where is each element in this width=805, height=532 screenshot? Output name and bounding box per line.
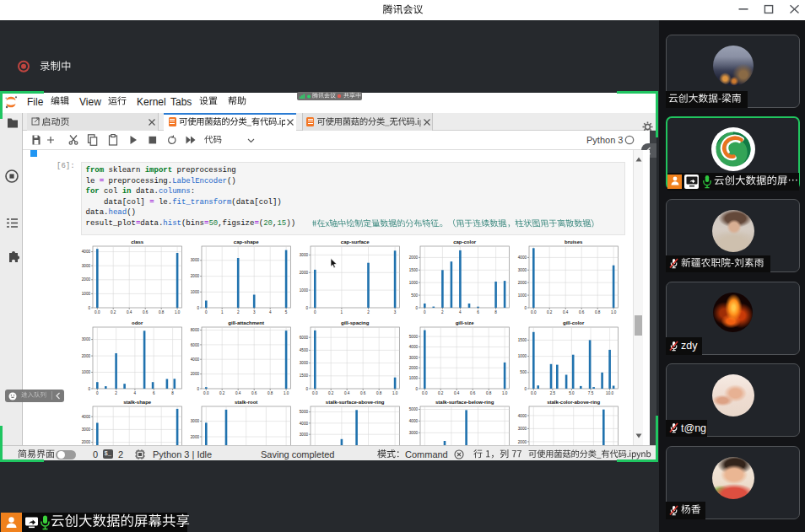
svg-text:2.5: 2.5 bbox=[550, 391, 556, 395]
svg-text:0.6: 0.6 bbox=[143, 310, 149, 314]
svg-text:8000: 8000 bbox=[191, 328, 200, 332]
svg-text:0.8: 0.8 bbox=[159, 310, 165, 314]
svg-text:0.4: 0.4 bbox=[235, 391, 241, 395]
svg-text:5.0: 5.0 bbox=[569, 391, 575, 395]
svg-text:3: 3 bbox=[394, 310, 397, 314]
svg-text:bruises: bruises bbox=[565, 239, 583, 245]
svg-text:cap-surface: cap-surface bbox=[341, 239, 370, 245]
svg-text:4: 4 bbox=[269, 310, 272, 314]
svg-text:0.0: 0.0 bbox=[312, 391, 318, 395]
svg-text:4000: 4000 bbox=[518, 414, 527, 418]
svg-text:8: 8 bbox=[494, 310, 497, 314]
svg-text:class: class bbox=[131, 239, 144, 245]
svg-text:0.6: 0.6 bbox=[579, 310, 585, 314]
svg-text:0.8: 0.8 bbox=[267, 391, 273, 395]
svg-text:1000: 1000 bbox=[300, 288, 309, 293]
svg-text:0: 0 bbox=[205, 310, 208, 314]
svg-text:0.2: 0.2 bbox=[219, 391, 225, 395]
svg-text:2000: 2000 bbox=[82, 440, 91, 444]
svg-text:1500: 1500 bbox=[300, 373, 309, 378]
svg-text:1000: 1000 bbox=[191, 290, 200, 294]
svg-text:gill-color: gill-color bbox=[563, 320, 585, 325]
svg-text:3000: 3000 bbox=[191, 259, 200, 263]
svg-text:1: 1 bbox=[221, 310, 224, 314]
svg-text:1000: 1000 bbox=[408, 376, 418, 380]
svg-text:6000: 6000 bbox=[191, 342, 200, 347]
svg-text:0.8: 0.8 bbox=[376, 391, 382, 395]
svg-text:0: 0 bbox=[524, 386, 527, 390]
svg-text:2000: 2000 bbox=[191, 372, 200, 376]
svg-text:3000: 3000 bbox=[408, 355, 418, 359]
svg-text:5: 5 bbox=[285, 310, 288, 314]
svg-text:6000: 6000 bbox=[300, 335, 309, 339]
svg-text:0: 0 bbox=[88, 386, 90, 390]
svg-text:0.8: 0.8 bbox=[595, 310, 601, 314]
svg-text:cap-shape: cap-shape bbox=[234, 239, 259, 245]
svg-text:1000: 1000 bbox=[518, 354, 527, 358]
svg-text:0: 0 bbox=[424, 310, 426, 314]
svg-text:0.4: 0.4 bbox=[454, 391, 460, 395]
svg-text:500: 500 bbox=[411, 293, 418, 298]
svg-text:0.4: 0.4 bbox=[127, 310, 132, 314]
svg-text:3000: 3000 bbox=[82, 427, 91, 432]
svg-text:10.0: 10.0 bbox=[606, 391, 613, 395]
svg-text:0.2: 0.2 bbox=[111, 310, 116, 314]
svg-text:4000: 4000 bbox=[408, 345, 418, 349]
svg-text:0: 0 bbox=[524, 306, 527, 310]
svg-text:3: 3 bbox=[253, 310, 256, 314]
svg-text:gill-attachment: gill-attachment bbox=[229, 320, 265, 325]
svg-text:5000: 5000 bbox=[408, 407, 418, 411]
svg-text:4000: 4000 bbox=[408, 419, 418, 423]
svg-text:1000: 1000 bbox=[408, 281, 418, 285]
svg-text:0.6: 0.6 bbox=[470, 391, 476, 395]
svg-text:2000: 2000 bbox=[518, 281, 527, 285]
svg-text:2: 2 bbox=[237, 310, 240, 314]
svg-text:500: 500 bbox=[520, 370, 527, 374]
svg-text:stalk-color-above-ring: stalk-color-above-ring bbox=[547, 400, 600, 405]
svg-text:0: 0 bbox=[415, 306, 418, 310]
svg-text:1500: 1500 bbox=[408, 268, 418, 272]
svg-text:0: 0 bbox=[197, 386, 200, 390]
svg-text:4: 4 bbox=[134, 391, 137, 395]
svg-text:2000: 2000 bbox=[82, 278, 91, 282]
svg-text:1.0: 1.0 bbox=[611, 310, 617, 314]
svg-text:2: 2 bbox=[368, 310, 370, 314]
svg-text:0.0: 0.0 bbox=[531, 391, 537, 395]
svg-text:1000: 1000 bbox=[82, 370, 91, 374]
svg-text:odor: odor bbox=[132, 320, 143, 325]
svg-text:0: 0 bbox=[314, 310, 316, 314]
svg-text:1.0: 1.0 bbox=[175, 310, 181, 314]
svg-text:4000: 4000 bbox=[518, 255, 527, 260]
svg-text:1000: 1000 bbox=[518, 293, 527, 298]
svg-text:3000: 3000 bbox=[300, 253, 309, 257]
svg-text:2000: 2000 bbox=[82, 353, 91, 357]
svg-text:3000: 3000 bbox=[191, 419, 200, 423]
svg-text:5000: 5000 bbox=[300, 410, 309, 414]
svg-text:0.0: 0.0 bbox=[422, 391, 428, 395]
svg-text:gill-size: gill-size bbox=[455, 320, 474, 325]
svg-text:8: 8 bbox=[171, 391, 174, 395]
svg-text:1.0: 1.0 bbox=[392, 391, 398, 395]
svg-text:0.2: 0.2 bbox=[547, 310, 553, 314]
svg-text:stalk-surface-above-ring: stalk-surface-above-ring bbox=[326, 400, 385, 405]
svg-text:2: 2 bbox=[115, 391, 117, 395]
svg-text:0: 0 bbox=[306, 386, 309, 390]
svg-text:4000: 4000 bbox=[191, 357, 200, 361]
svg-text:4000: 4000 bbox=[82, 250, 91, 254]
svg-text:0.6: 0.6 bbox=[360, 391, 366, 395]
svg-text:0: 0 bbox=[88, 306, 90, 310]
svg-text:6: 6 bbox=[477, 310, 479, 314]
svg-text:gill-spacing: gill-spacing bbox=[341, 320, 370, 325]
svg-text:2: 2 bbox=[441, 310, 444, 314]
svg-text:3000: 3000 bbox=[518, 268, 527, 272]
svg-text:5000: 5000 bbox=[408, 334, 418, 338]
svg-text:0.8: 0.8 bbox=[486, 391, 492, 395]
svg-text:0: 0 bbox=[306, 306, 309, 310]
svg-text:stalk-shape: stalk-shape bbox=[123, 400, 152, 405]
svg-text:0.4: 0.4 bbox=[563, 310, 569, 314]
svg-text:1.0: 1.0 bbox=[501, 391, 507, 395]
svg-text:2000: 2000 bbox=[191, 274, 200, 278]
svg-text:3000: 3000 bbox=[82, 337, 91, 341]
svg-text:3000: 3000 bbox=[300, 361, 309, 365]
svg-text:0.0: 0.0 bbox=[203, 391, 209, 395]
